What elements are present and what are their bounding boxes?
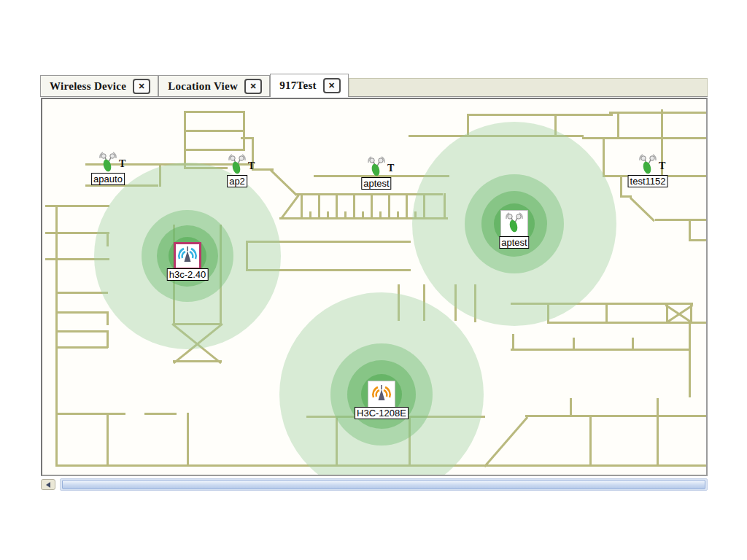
scrollbar-track[interactable] bbox=[60, 478, 708, 491]
tab-label: 917Test bbox=[279, 79, 317, 92]
tab-wireless-device[interactable]: Wireless Device✕ bbox=[40, 75, 158, 96]
ap-label: apauto bbox=[91, 173, 125, 185]
tab-917test[interactable]: 917Test✕ bbox=[270, 74, 349, 97]
scroll-left-button[interactable] bbox=[41, 479, 55, 490]
ap-marker[interactable]: Tap2 bbox=[227, 153, 247, 175]
ap-marker[interactable]: Tapauto bbox=[98, 151, 118, 173]
transmit-t-glyph: T bbox=[659, 161, 665, 171]
scrollbar-thumb[interactable] bbox=[62, 480, 705, 489]
floorplan-view[interactable]: TapautoTap2TaptestTtest1152h3c-2.40aptes… bbox=[41, 98, 708, 476]
transmit-t-glyph: T bbox=[119, 159, 125, 169]
antenna-green-icon bbox=[504, 211, 525, 236]
scroll-left-arrow-icon bbox=[46, 482, 50, 488]
app-window: Wireless Device✕Location View✕917Test✕ T… bbox=[0, 0, 747, 560]
transmit-t-glyph: T bbox=[248, 161, 255, 171]
device-node-h3c-2-40[interactable] bbox=[174, 242, 201, 270]
device-label: h3c-2.40 bbox=[167, 268, 209, 281]
radio-blue-icon bbox=[177, 244, 198, 268]
horizontal-scrollbar[interactable] bbox=[41, 478, 708, 491]
ap-label: aptest bbox=[361, 177, 391, 190]
ap-label: ap2 bbox=[227, 175, 247, 187]
tab-close-icon[interactable]: ✕ bbox=[244, 79, 262, 94]
transmit-t-glyph: T bbox=[387, 163, 394, 174]
device-node-h3c-1208e[interactable] bbox=[368, 381, 395, 408]
ap-label: test1152 bbox=[628, 175, 668, 187]
device-label: H3C-1208E bbox=[355, 407, 409, 419]
tab-close-icon[interactable]: ✕ bbox=[133, 79, 150, 94]
device-node-aptest[interactable] bbox=[500, 210, 528, 238]
markers-layer: TapautoTap2TaptestTtest1152h3c-2.40aptes… bbox=[42, 99, 706, 475]
tab-location-view[interactable]: Location View✕ bbox=[158, 75, 270, 96]
tab-bar: Wireless Device✕Location View✕917Test✕ bbox=[40, 74, 708, 97]
tab-label: Location View bbox=[168, 80, 238, 93]
tab-label: Wireless Device bbox=[50, 80, 126, 93]
ap-marker[interactable]: Ttest1152 bbox=[638, 153, 658, 175]
device-label: aptest bbox=[499, 236, 529, 249]
radio-orange-icon bbox=[371, 383, 392, 406]
tab-strip-filler bbox=[349, 78, 708, 96]
tab-close-icon[interactable]: ✕ bbox=[323, 78, 341, 93]
ap-marker[interactable]: Taptest bbox=[366, 155, 387, 177]
